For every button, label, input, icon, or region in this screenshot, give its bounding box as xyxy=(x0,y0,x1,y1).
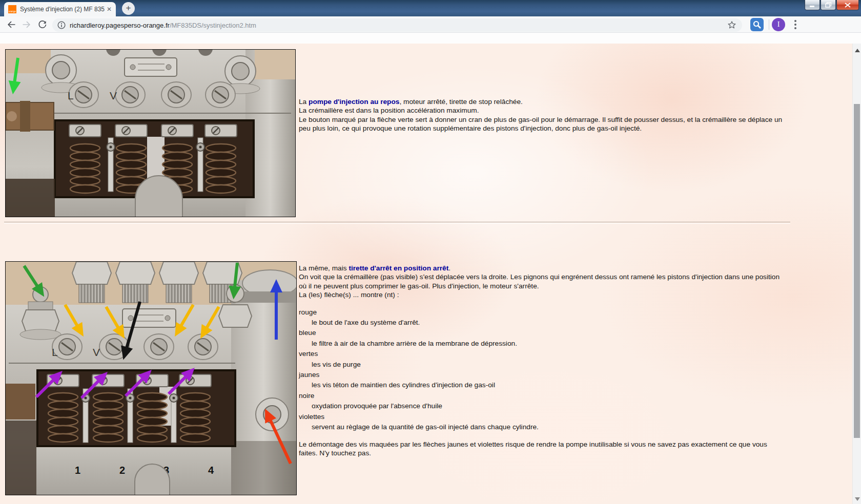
restore-icon xyxy=(825,2,832,8)
legend-desc-bleue: le filtre à air de la chambre arrière de… xyxy=(312,339,787,348)
info-icon[interactable] xyxy=(57,21,66,29)
section1-text: La pompe d'injection au repos, moteur ar… xyxy=(299,97,790,133)
cylinder-number-4: 4 xyxy=(208,465,214,476)
section2-lead-bold: tirette d'arrêt en position arrêt xyxy=(348,264,448,272)
section1-lead-bold: pompe d'injection au repos xyxy=(309,98,399,106)
screw-boss xyxy=(144,334,174,360)
section2-lead-suffix: . xyxy=(448,264,450,272)
magnifier-icon xyxy=(752,19,762,30)
browser-menu-icon[interactable] xyxy=(793,19,797,30)
browser-window: orange Système d'injection (2) MF 835 D … xyxy=(0,0,861,504)
vertical-scrollbar[interactable] xyxy=(852,44,861,504)
pump-letter-v: V xyxy=(110,90,117,101)
window-maximize-button[interactable] xyxy=(821,0,836,10)
url-path: /MF835DS/systinjection2.htm xyxy=(170,22,256,29)
reload-button[interactable] xyxy=(37,19,47,30)
back-button[interactable] xyxy=(6,19,16,30)
section2-text: La même, mais tirette d'arrêt en positio… xyxy=(299,264,787,457)
shadow xyxy=(6,421,36,495)
forward-button[interactable] xyxy=(22,19,32,30)
avatar-initial: I xyxy=(777,20,780,29)
window-minimize-button[interactable] xyxy=(805,0,820,10)
page-body: L V xyxy=(0,44,861,504)
nameplate xyxy=(122,309,176,327)
url-text[interactable]: richardleroy.pagesperso-orange.fr/MF835D… xyxy=(70,22,727,29)
browser-tab[interactable]: orange Système d'injection (2) MF 835 D … xyxy=(4,2,116,16)
legend-term-vertes: vertes xyxy=(299,349,787,358)
shadow xyxy=(6,179,55,217)
section2-para2: La (les) flèche(s) ... montre (nt) : xyxy=(299,291,399,299)
legend-desc-noire: oxydation provoquée par l'absence d'huil… xyxy=(312,402,787,410)
arrow-legend: rouge le bout de l'axe du système d'arrê… xyxy=(299,308,787,432)
section-divider xyxy=(4,222,790,224)
scrollbar-thumb[interactable] xyxy=(854,104,860,438)
browser-titlebar: orange Système d'injection (2) MF 835 D … xyxy=(0,0,861,16)
legend-term-violettes: violettes xyxy=(299,412,787,421)
screw-boss xyxy=(161,82,191,108)
cylinder-number-1: 1 xyxy=(75,465,80,476)
pump-letter-v: V xyxy=(93,346,100,358)
window-close-button[interactable] xyxy=(836,0,859,10)
nameplate xyxy=(125,58,177,76)
legend-term-jaunes: jaunes xyxy=(299,370,787,379)
close-x-icon xyxy=(845,3,851,8)
search-extension-icon[interactable] xyxy=(750,18,764,31)
legend-term-rouge: rouge xyxy=(299,308,787,317)
url-host: richardleroy.pagesperso-orange.fr xyxy=(70,22,170,29)
bottom-arch xyxy=(135,176,182,217)
pump-letter-l: L xyxy=(68,90,74,101)
orange-favicon: orange xyxy=(8,5,16,13)
tab-title: Système d'injection (2) MF 835 D xyxy=(20,6,105,13)
section1-lead-prefix: La xyxy=(299,98,309,106)
section1-line3: Le bouton marqué par la flèche verte ser… xyxy=(299,116,782,132)
scroll-up-icon[interactable] xyxy=(855,49,860,52)
plus-icon: + xyxy=(126,3,131,13)
new-tab-button[interactable]: + xyxy=(122,2,135,15)
section2-lead-prefix: La même, mais xyxy=(299,264,348,272)
legend-desc-jaunes: les vis téton de maintien des cylindres … xyxy=(312,381,787,389)
tab-close-icon[interactable]: ✕ xyxy=(107,6,112,13)
page-top-margin xyxy=(0,33,861,44)
cylinder-number-2: 2 xyxy=(119,465,125,476)
toolbar-divider xyxy=(769,19,769,30)
stop-lever-shaft xyxy=(6,384,35,419)
screw-boss xyxy=(206,82,235,108)
screw-boss xyxy=(115,82,145,108)
page-content: L V xyxy=(0,33,861,504)
legend-term-bleue: bleue xyxy=(299,328,787,337)
favicon-label: orange xyxy=(9,10,16,13)
pump-letter-l: L xyxy=(52,346,58,358)
legend-desc-rouge: le bout de l'axe du système d'arrêt. xyxy=(312,318,787,327)
stop-lever-shaft xyxy=(6,101,54,132)
photo-pump-at-rest: L V xyxy=(5,49,296,217)
window-controls xyxy=(804,0,859,11)
screw-boss xyxy=(188,334,218,360)
warning-paragraph: Le démontage des vis maquées par les flè… xyxy=(299,440,787,458)
background-wall xyxy=(255,50,295,79)
legend-desc-violettes: servent au règlage de la quantité de gas… xyxy=(312,423,787,431)
legend-desc-vertes: les vis de purge xyxy=(312,360,787,369)
section2-para1: On voit que la crémaillère (pas visible)… xyxy=(299,273,780,289)
right-housing xyxy=(231,270,297,495)
legend-term-noire: noire xyxy=(299,391,787,400)
minimize-icon xyxy=(809,2,815,8)
scroll-down-icon[interactable] xyxy=(855,497,860,501)
profile-avatar[interactable]: I xyxy=(772,18,785,31)
bookmark-star-icon[interactable] xyxy=(727,20,737,30)
background-wall xyxy=(6,50,51,73)
section1-line2: La crémaillère est dans la position accé… xyxy=(299,107,479,114)
photo-pump-stop-position: L V 1 2 3 4 xyxy=(5,261,297,495)
section1-lead-rest: , moteur arrêté, tirette de stop relâché… xyxy=(399,98,522,106)
bottom-arch xyxy=(135,464,170,495)
address-bar[interactable]: richardleroy.pagesperso-orange.fr/MF835D… xyxy=(52,18,742,32)
inspection-window xyxy=(37,370,235,446)
